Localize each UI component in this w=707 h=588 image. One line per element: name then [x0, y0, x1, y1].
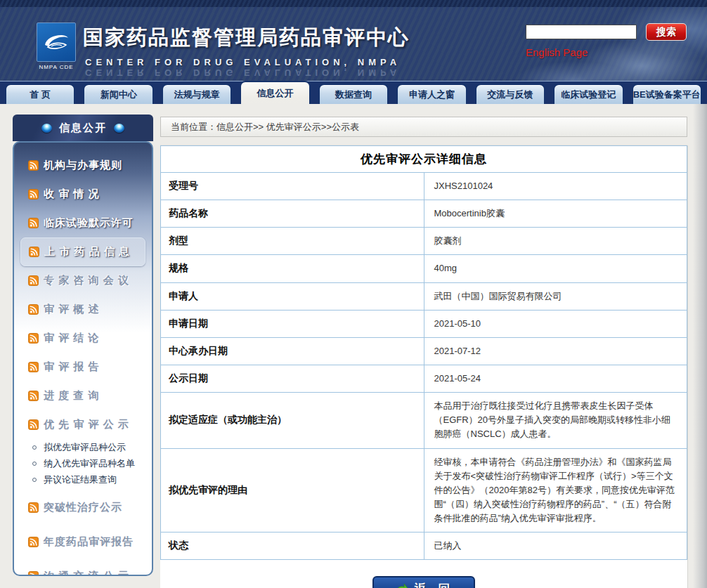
- sidebar-item-priority-review-publicity[interactable]: 优 先 审 评 公 示: [14, 410, 152, 439]
- detail-table: 优先审评公示详细信息 受理号JXHS2101024药品名称Mobocertini…: [160, 145, 687, 560]
- sidebar-item-expert-consultation-meeting[interactable]: 专 家 咨 询 会 议: [14, 266, 152, 295]
- table-row: 受理号JXHS2101024: [161, 173, 687, 200]
- table-row: 公示日期2021-05-24: [161, 365, 687, 392]
- logo-caption: NMPA CDE: [35, 64, 77, 70]
- site-header: NMPA CDE 国家药品监督管理局药品审评中心 CENTER FOR DRUG…: [0, 7, 707, 81]
- table-title-row: 优先审评公示详细信息: [161, 146, 687, 173]
- search-input[interactable]: [526, 25, 637, 39]
- tab-communication-feedback[interactable]: 交流与反馈: [475, 84, 545, 104]
- sidebar-item-label: 优 先 审 评 公 示: [44, 418, 129, 431]
- rss-icon: [28, 189, 39, 200]
- rss-icon: [28, 537, 39, 547]
- sidebar-item-acceptance-review-status[interactable]: 收 审 情 况: [14, 180, 152, 209]
- site-title: 国家药品监督管理局药品审评中心: [83, 24, 410, 52]
- bullet-icon: [32, 478, 37, 482]
- sidebar-title: 信息公开: [59, 122, 107, 135]
- nmpa-logo[interactable]: NMPA CDE: [35, 22, 77, 70]
- rss-icon: [28, 571, 39, 576]
- back-arrow-icon: [394, 582, 409, 588]
- page-edge-shade: [693, 104, 707, 588]
- field-value: 本品用于治疗既往接受过化疗且携带表皮生长因子受体（EGFR）20号外显子插入突变…: [424, 393, 687, 448]
- rss-icon: [28, 333, 39, 344]
- field-value: Mobocertinib胶囊: [424, 200, 687, 228]
- field-label: 规格: [161, 255, 424, 282]
- header-right: 搜索 English Page: [526, 23, 687, 59]
- sidebar-item-review-report[interactable]: 审 评 报 告: [14, 353, 152, 381]
- main-content: 当前位置：信息公开>> 优先审评公示>>公示表 优先审评公示详细信息 受理号JX…: [160, 117, 687, 588]
- sidebar-item-org-rules[interactable]: 机构与办事规则: [14, 151, 152, 180]
- sidebar-item-label: 进 度 查 询: [44, 389, 100, 403]
- sidebar-item-label: 上 市 药 品 信 息: [44, 245, 130, 259]
- sidebar-item-label: 年度药品审评报告: [44, 535, 134, 549]
- field-label: 拟定适应症（或功能主治）: [161, 393, 424, 448]
- sidebar: 信息公开 机构与办事规则收 审 情 况临床试验默示许可上 市 药 品 信 息专 …: [13, 115, 153, 576]
- bullet-icon: [32, 462, 37, 466]
- bullet-icon: [32, 445, 37, 450]
- page: NMPA CDE 国家药品监督管理局药品审评中心 CENTER FOR DRUG…: [0, 0, 707, 588]
- nmpa-logo-icon: [37, 22, 76, 62]
- tab-home[interactable]: 首 页: [5, 84, 75, 104]
- field-label: 公示日期: [161, 365, 424, 392]
- field-value: 40mg: [424, 255, 687, 282]
- main-nav: 首 页新闻中心法规与规章信息公开数据查询申请人之窗交流与反馈临床试验登记BE试验…: [0, 81, 707, 104]
- sidebar-item-label: 审 评 报 告: [44, 360, 100, 374]
- detail-panel: 优先审评公示详细信息 受理号JXHS2101024药品名称Mobocertini…: [160, 145, 687, 588]
- field-value: 2021-05-24: [424, 365, 687, 392]
- field-label: 中心承办日期: [161, 337, 424, 365]
- rss-icon: [28, 391, 39, 401]
- page-title: 优先审评公示详细信息: [161, 146, 687, 173]
- breadcrumb: 当前位置：信息公开>> 优先审评公示>>公示表: [160, 117, 687, 137]
- field-value: 胶囊剂: [424, 228, 687, 255]
- sidebar-item-objection-result-query[interactable]: 异议论证结果查询: [14, 471, 152, 488]
- table-row: 申请人武田（中国）国际贸易有限公司: [161, 282, 687, 310]
- table-row: 药品名称Mobocertinib胶囊: [161, 200, 687, 228]
- sidebar-item-review-overview[interactable]: 审 评 概 述: [14, 295, 152, 324]
- rss-icon: [28, 304, 39, 315]
- field-value: 武田（中国）国际贸易有限公司: [424, 282, 687, 310]
- sidebar-item-label: 收 审 情 况: [44, 188, 100, 201]
- rss-icon: [28, 218, 39, 228]
- sidebar-item-breakthrough-therapy-publicity[interactable]: 突破性治疗公示: [14, 493, 152, 522]
- site-subtitle: CENTER FOR DRUG EVALUATION, NMPA: [85, 57, 410, 67]
- table-row: 拟优先审评的理由经审核，本申请符合《药品注册管理办法》和《国家药监局关于发布<突…: [161, 448, 687, 533]
- english-page-link[interactable]: English Page: [526, 46, 588, 58]
- tab-clinical-trial-registry[interactable]: 临床试验登记: [553, 84, 623, 104]
- sidebar-item-clinical-trial-implied-license[interactable]: 临床试验默示许可: [14, 209, 152, 237]
- sidebar-menu: 机构与办事规则收 审 情 况临床试验默示许可上 市 药 品 信 息专 家 咨 询…: [13, 141, 153, 576]
- top-strip: [0, 0, 707, 7]
- sidebar-item-proposed-priority-review-publicity[interactable]: 拟优先审评品种公示: [14, 439, 152, 455]
- tab-data-query[interactable]: 数据查询: [318, 84, 389, 104]
- tab-be-trial-platform[interactable]: BE试验备案平台: [632, 84, 702, 104]
- sidebar-item-label: 审 评 结 论: [44, 332, 100, 345]
- tab-news-center[interactable]: 新闻中心: [83, 84, 153, 104]
- table-row: 规格40mg: [161, 255, 687, 282]
- field-label: 状态: [161, 533, 424, 560]
- tab-regulations[interactable]: 法规与规章: [162, 84, 232, 104]
- field-value: 已纳入: [424, 533, 687, 560]
- field-label: 药品名称: [161, 200, 424, 228]
- field-value: 2021-07-12: [424, 337, 687, 365]
- sidebar-item-progress-query[interactable]: 进 度 查 询: [14, 381, 152, 410]
- sidebar-item-marketed-drug-info[interactable]: 上 市 药 品 信 息: [20, 237, 145, 266]
- sidebar-item-review-conclusion[interactable]: 审 评 结 论: [14, 324, 152, 353]
- rss-icon: [28, 275, 39, 286]
- tab-applicant-window[interactable]: 申请人之窗: [396, 84, 467, 104]
- sidebar-item-included-priority-review-list[interactable]: 纳入优先审评品种名单: [14, 455, 152, 471]
- table-row: 拟定适应症（或功能主治）本品用于治疗既往接受过化疗且携带表皮生长因子受体（EGF…: [161, 393, 687, 448]
- header-titles: 国家药品监督管理局药品审评中心 CENTER FOR DRUG EVALUATI…: [83, 24, 410, 78]
- sidebar-item-communication-publicity[interactable]: 沟 通 交 流 公 示: [14, 562, 152, 576]
- table-row: 剂型胶囊剂: [161, 228, 687, 255]
- rss-icon: [28, 362, 39, 372]
- table-row: 状态已纳入: [161, 533, 687, 560]
- tab-info-disclosure[interactable]: 信息公开: [240, 81, 310, 104]
- search-button[interactable]: 搜索: [646, 23, 687, 41]
- orb-icon: [114, 124, 124, 133]
- sidebar-item-annual-drug-review-report[interactable]: 年度药品审评报告: [14, 528, 152, 556]
- back-button[interactable]: 返 回: [372, 576, 475, 588]
- rss-icon: [28, 502, 39, 513]
- sidebar-item-label: 纳入优先审评品种名单: [44, 457, 135, 470]
- field-label: 申请日期: [161, 310, 424, 337]
- table-row: 中心承办日期2021-07-12: [161, 337, 687, 365]
- rss-icon: [28, 419, 39, 430]
- table-row: 申请日期2021-05-10: [161, 310, 687, 337]
